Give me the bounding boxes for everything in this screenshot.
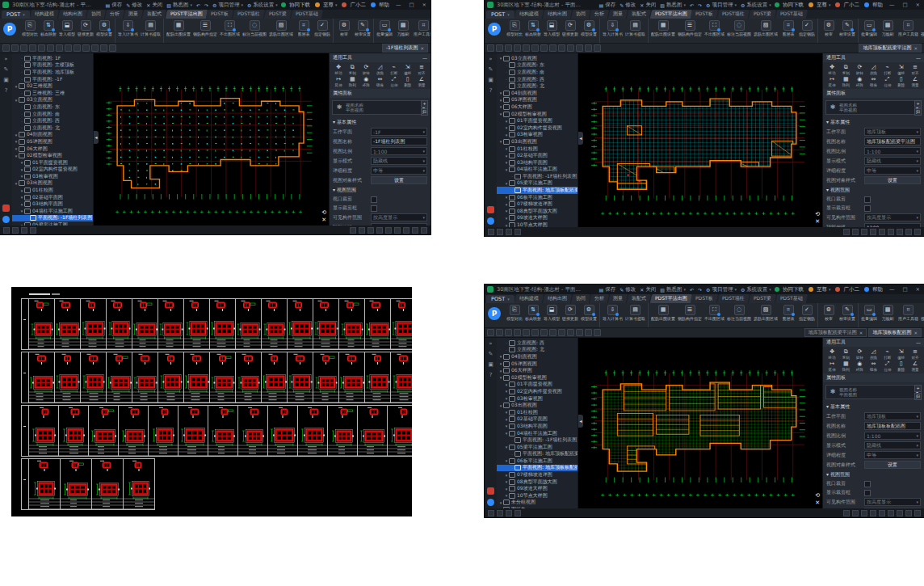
toolbar-button[interactable]: ▤计算书提取 xyxy=(140,19,162,42)
tree-item[interactable]: ·平面视图: -1F墙柱列表图 xyxy=(497,436,578,444)
property-select[interactable]: 地库顶板▾ xyxy=(864,128,921,136)
viewrow-tool-icon[interactable] xyxy=(594,329,601,336)
toolbar-button[interactable]: ⛶不出图区域 xyxy=(704,19,725,42)
drawing-canvas[interactable]: ◂⟲✕ xyxy=(578,338,823,508)
tree-item[interactable]: ▾02三维视图 xyxy=(12,82,93,90)
property-checkbox[interactable] xyxy=(864,490,871,496)
view-tab[interactable]: 地库顶板配筋梁平法图✕ xyxy=(804,328,867,337)
column-detail-cell[interactable] xyxy=(339,352,365,403)
common-tool-button[interactable]: ↦延伸 xyxy=(332,76,345,87)
tree-item[interactable]: ·立面视图: 北 xyxy=(12,124,93,132)
column-detail-cell[interactable] xyxy=(119,405,149,457)
property-select[interactable]: 按高度显示▾ xyxy=(864,213,921,221)
toolbar-button[interactable]: ⛶不出图区域 xyxy=(219,19,241,42)
toolbar-button[interactable]: ⎘模型对比 xyxy=(21,19,39,42)
view-reset-icon[interactable]: ⟲ xyxy=(321,210,326,216)
property-select[interactable]: 1:100▾ xyxy=(371,147,427,155)
common-tool-button[interactable]: ⌁打断 xyxy=(388,64,401,75)
column-detail-cell[interactable] xyxy=(328,405,358,457)
property-checkbox[interactable] xyxy=(371,196,377,203)
viewrow-tool-icon[interactable] xyxy=(523,329,530,336)
ribbon-tab-9[interactable]: PDST梁 xyxy=(264,10,292,19)
viewrow-tool-icon[interactable] xyxy=(109,44,116,52)
tree-item[interactable]: ▾未分组视图 xyxy=(497,500,578,507)
tree-item[interactable]: ▾02模型检审视图 xyxy=(497,111,578,118)
viewrow-tool-icon[interactable] xyxy=(47,44,54,52)
assistant-button[interactable]: 广小二 xyxy=(342,2,366,9)
status-icon[interactable] xyxy=(914,510,921,516)
ribbon-tab-5[interactable]: 装配式 xyxy=(626,294,650,303)
status-icon[interactable] xyxy=(21,227,27,234)
tree-item[interactable]: ·立面视图: 西 xyxy=(12,117,93,124)
toolbar-button[interactable]: ▦配筋出图设置 xyxy=(650,19,676,42)
column-detail-cell[interactable] xyxy=(313,298,339,350)
common-tool-button[interactable]: ◿倒角 xyxy=(373,64,386,75)
column-detail-cell[interactable] xyxy=(365,298,391,350)
assistant-button[interactable]: 广小二 xyxy=(835,286,859,293)
status-icon[interactable] xyxy=(870,510,876,516)
common-tool-button[interactable]: ≡对齐 xyxy=(415,64,428,75)
common-tool-button[interactable]: ▯删除 xyxy=(895,76,908,87)
redo-button[interactable]: ↷ xyxy=(204,2,208,8)
property-select[interactable]: 1:100▾ xyxy=(864,147,921,155)
drawing-canvas[interactable]: ◂⟲✕ xyxy=(94,53,330,226)
toolbar-button[interactable]: ⚙模型设置 xyxy=(95,19,113,42)
library-icon[interactable]: ▣ xyxy=(488,361,494,368)
common-tool-button[interactable]: ◉环阵 xyxy=(853,360,866,372)
tree-item[interactable]: ·平面视图: -1F xyxy=(12,76,93,83)
viewrow-tool-icon[interactable] xyxy=(487,44,494,52)
tree-item[interactable]: ▾02基础平面图 xyxy=(497,416,578,424)
tree-item[interactable]: ·立面视图: 南 xyxy=(12,111,93,118)
ribbon-tab-1[interactable]: 结构出图 xyxy=(542,10,571,19)
ribbon-tab-3[interactable]: 分析 xyxy=(589,10,608,19)
column-detail-cell[interactable] xyxy=(288,298,313,350)
toolbar-button[interactable]: ⇩导入计算书 xyxy=(602,304,624,327)
status-icon[interactable] xyxy=(888,229,894,235)
common-tool-button[interactable]: ⌁打断 xyxy=(881,348,894,360)
ribbon-tab-4[interactable]: 测量 xyxy=(607,294,627,303)
viewrow-tool-icon[interactable] xyxy=(2,44,10,52)
tree-item[interactable]: ▾03结构平面图 xyxy=(497,423,578,430)
collab-download-button[interactable]: 协同下载 xyxy=(281,2,310,9)
column-detail-cell[interactable] xyxy=(89,405,119,457)
column-detail-cell[interactable] xyxy=(81,298,107,350)
column-detail-cell[interactable] xyxy=(29,458,61,510)
tree-item[interactable]: ▾01平面提资视图 xyxy=(12,159,93,167)
ribbon-tab-0[interactable]: 结构建模 xyxy=(514,294,543,303)
tree-item[interactable]: ▾04墙柱平法施工图 xyxy=(497,430,578,437)
status-icon[interactable] xyxy=(870,229,876,235)
tree-item[interactable]: ▾03检审视图 xyxy=(497,395,578,403)
viewrow-tool-icon[interactable] xyxy=(65,44,72,52)
ribbon-tab-5[interactable]: 装配式 xyxy=(141,10,166,19)
column-detail-cell[interactable] xyxy=(391,298,412,350)
tree-item[interactable]: ·立面视图: 北 xyxy=(497,82,578,90)
tree-item[interactable]: ▾04剖面视图 xyxy=(497,90,578,97)
viewrow-tool-icon[interactable] xyxy=(82,44,90,52)
save-button[interactable]: ▤保存 xyxy=(106,2,123,9)
add-type-button[interactable]: + xyxy=(914,385,922,392)
status-icon[interactable] xyxy=(488,510,494,516)
close-button[interactable]: × xyxy=(421,2,428,8)
status-icon[interactable] xyxy=(385,227,392,234)
tree-item[interactable]: ▾04剖面视图 xyxy=(497,353,578,360)
system-settings-menu[interactable]: ⚙系统设置▾ xyxy=(741,286,771,293)
ribbon-tab-0[interactable]: 结构建模 xyxy=(29,10,58,19)
ribbon-tab-1[interactable]: 结构出图 xyxy=(542,294,571,303)
property-select[interactable]: 按高度显示▾ xyxy=(371,213,427,221)
viewrow-tool-icon[interactable] xyxy=(576,329,583,336)
tree-item[interactable]: ·平面视图: 地库顶板 xyxy=(12,69,93,76)
ribbon-tab-6[interactable]: PDST平法出图 xyxy=(649,10,691,19)
tree-item[interactable]: ·平面视图: -1F墙柱列表图 xyxy=(497,173,578,180)
collapse-strip-icon[interactable]: » xyxy=(4,56,7,62)
tree-item[interactable]: ▾05详图视图 xyxy=(497,97,578,104)
column-detail-cell[interactable] xyxy=(210,352,236,403)
ribbon-tab-7[interactable]: PDST板 xyxy=(206,10,233,19)
common-tool-button[interactable]: ≡对齐 xyxy=(909,64,922,75)
ribbon-tab-3[interactable]: 分析 xyxy=(589,294,608,303)
annotate-icon[interactable]: ✎ xyxy=(4,66,9,73)
status-icon[interactable] xyxy=(897,510,903,516)
common-tool-button[interactable]: ◉环阵 xyxy=(359,76,372,87)
view-tab[interactable]: 地库顶板配筋梁平法图✕ xyxy=(859,44,922,53)
tree-item[interactable]: ▾03出图视图 xyxy=(12,180,93,188)
tree-item[interactable]: ▾09坡道大样图 xyxy=(497,485,578,492)
